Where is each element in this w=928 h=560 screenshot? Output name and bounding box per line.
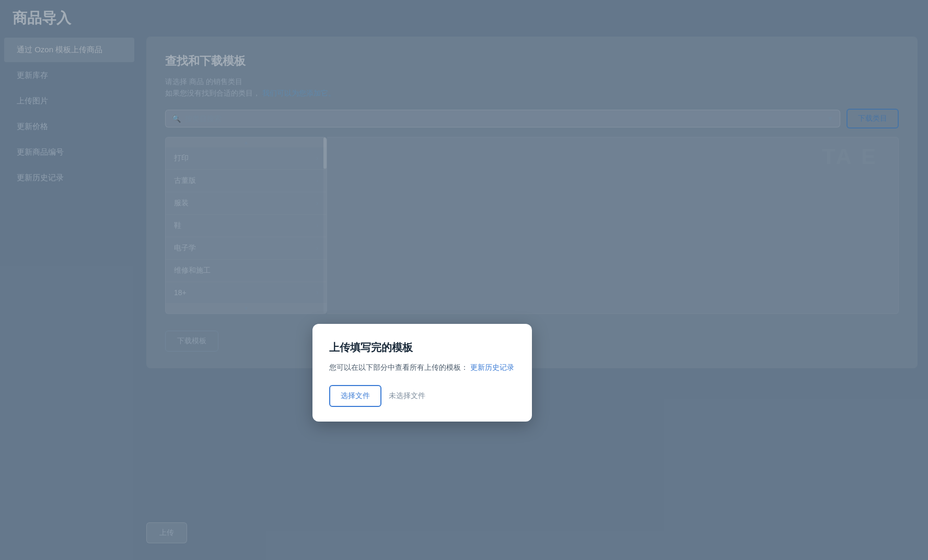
modal-desc-prefix: 您可以在以下部分中查看所有上传的模板： [329,363,468,371]
no-file-label: 未选择文件 [389,391,425,401]
modal-history-link[interactable]: 更新历史记录 [470,363,514,371]
modal-backdrop [0,0,928,560]
modal-file-row: 选择文件 未选择文件 [329,385,515,407]
modal-title: 上传填写完的模板 [329,341,515,355]
choose-file-button[interactable]: 选择文件 [329,385,381,407]
modal-desc: 您可以在以下部分中查看所有上传的模板： 更新历史记录 [329,363,515,372]
upload-modal: 上传填写完的模板 您可以在以下部分中查看所有上传的模板： 更新历史记录 选择文件… [312,324,532,422]
